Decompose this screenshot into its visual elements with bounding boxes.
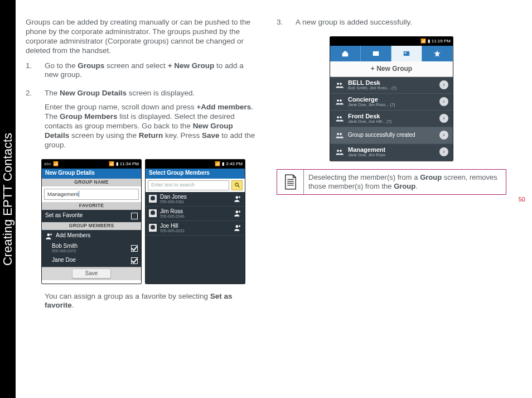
checkbox-checked-icon — [131, 245, 138, 252]
svg-point-12 — [340, 99, 342, 102]
checkbox-icon — [131, 213, 138, 219]
svg-point-9 — [337, 83, 339, 85]
member-number: 555-665-0372 — [52, 249, 78, 253]
note-text: Deselecting the member(s) from a Group s… — [304, 170, 506, 195]
empty-area — [146, 236, 245, 284]
people-icon — [335, 147, 344, 156]
add-members-row[interactable]: Add Members — [42, 230, 141, 242]
step-1: 1. Go to the Groups screen and select + … — [26, 61, 255, 85]
chevron-right-icon: › — [439, 80, 448, 89]
svg-point-5 — [236, 225, 239, 228]
avatar-icon — [149, 195, 157, 203]
svg-point-1 — [235, 183, 238, 186]
svg-point-17 — [337, 150, 339, 152]
step-number: 2. — [26, 89, 37, 154]
search-icon — [234, 182, 240, 188]
set-favorite-row[interactable]: Set as Favorite — [42, 210, 141, 222]
battery-icon: ▮ — [428, 39, 430, 44]
section-group-name: GROUP NAME — [42, 179, 141, 186]
search-row: Enter text to search — [146, 179, 245, 192]
note-icon — [277, 170, 304, 195]
section-group-members: GROUP MEMBERS — [42, 222, 141, 230]
contact-name: Jim Ross — [160, 209, 185, 214]
tab-favorites[interactable] — [422, 46, 453, 61]
avatar-icon — [149, 224, 157, 232]
svg-line-2 — [238, 186, 239, 188]
after-screenshots-text: You can assign a group as a favorite by … — [45, 292, 255, 311]
svg-point-18 — [340, 150, 342, 152]
screenshot-select-members: 📶 ▮ 2:43 PM Select Group Members Enter t… — [145, 159, 245, 284]
screen-header: New Group Details — [42, 169, 141, 179]
group-row[interactable]: ManagementJane Doe, Jim Ross › — [330, 144, 453, 161]
save-button[interactable]: Save — [72, 268, 111, 279]
people-icon — [335, 131, 344, 140]
toast-text: Group successfully created — [348, 132, 415, 139]
svg-point-0 — [47, 233, 50, 236]
home-icon — [341, 50, 349, 57]
left-column: Groups can be added by creating manually… — [26, 18, 255, 380]
group-row[interactable]: BELL DeskBob Smith, Jim Ross... (7) › — [330, 77, 453, 94]
contact-number: 555-665-0381 — [160, 200, 187, 204]
svg-point-16 — [340, 133, 342, 135]
status-time: 2:43 PM — [226, 161, 243, 167]
step-3: 3. A new group is added successfully. — [277, 18, 506, 32]
svg-point-3 — [236, 196, 239, 199]
svg-point-15 — [337, 133, 339, 135]
chevron-right-icon: › — [439, 131, 448, 140]
set-favorite-label: Set as Favorite — [45, 212, 83, 219]
group-members: Jane Doe, Joe Hill... (7) — [348, 119, 391, 124]
people-icon — [335, 80, 344, 89]
signal-icon: 📶 — [420, 39, 426, 44]
group-row[interactable]: Front DeskJane Doe, Joe Hill... (7) › — [330, 111, 453, 127]
contact-name: Joe Hill — [160, 223, 185, 229]
search-input[interactable]: Enter text to search — [148, 180, 229, 190]
svg-point-11 — [337, 99, 339, 102]
signal-icon: 📶 — [215, 161, 220, 167]
member-row[interactable]: Jane Doe — [42, 255, 141, 267]
star-icon — [433, 50, 441, 57]
chevron-right-icon: › — [439, 114, 448, 123]
status-bar: abc📶 📶 ▮ 11:34 PM — [42, 160, 141, 169]
add-person-icon — [234, 224, 241, 232]
intro-paragraph: Groups can be added by creating manually… — [26, 18, 255, 56]
contact-row[interactable]: Jim Ross555-665-0346 — [146, 207, 245, 221]
tab-groups[interactable] — [391, 46, 422, 61]
tab-contacts[interactable] — [361, 46, 391, 61]
chevron-right-icon: › — [439, 97, 448, 106]
battery-icon: ▮ — [116, 161, 118, 167]
contact-number: 555-665-0233 — [160, 229, 185, 233]
status-bar: 📶 ▮ 11:19 PM — [330, 37, 453, 46]
status-bar: 📶 ▮ 2:43 PM — [146, 160, 245, 169]
screen-header: Select Group Members — [146, 169, 245, 179]
text-cursor — [79, 191, 79, 197]
step-2: 2. The New Group Details screen is displ… — [26, 89, 255, 154]
tab-home[interactable] — [330, 46, 361, 61]
contact-row[interactable]: Joe Hill555-665-0233 — [146, 221, 245, 236]
group-row[interactable]: ConciergeJane Doe, Jim Ross... (7) › — [330, 94, 453, 111]
step-2-line2: Enter the group name, scroll down and pr… — [45, 103, 255, 150]
step-3-text: A new group is added successfully. — [296, 18, 506, 27]
people-icon — [335, 114, 344, 123]
step-number: 3. — [277, 18, 288, 32]
search-button[interactable] — [231, 180, 243, 190]
tab-bar — [330, 46, 453, 61]
section-favorite: FAVORITE — [42, 202, 141, 210]
new-group-button[interactable]: + New Group — [330, 61, 453, 77]
bottom-bar: Save — [42, 267, 141, 280]
add-person-icon — [234, 209, 241, 217]
step-number: 1. — [26, 61, 37, 85]
contact-number: 555-665-0346 — [160, 214, 185, 218]
svg-point-14 — [340, 116, 342, 118]
contact-row[interactable]: Dan Jones555-665-0381 — [146, 192, 245, 207]
add-person-icon — [234, 195, 241, 203]
contact-name: Dan Jones — [160, 194, 187, 200]
side-rail-title: Creating EPTT Contacts — [1, 132, 15, 265]
group-members: Bob Smith, Jim Ross... (7) — [348, 86, 396, 90]
member-row[interactable]: Bob Smith 555-665-0372 — [42, 242, 141, 255]
svg-point-4 — [236, 210, 239, 213]
right-column: 3. A new group is added successfully. 📶 … — [277, 18, 506, 380]
group-name-input[interactable]: Management — [44, 189, 139, 200]
member-name: Jane Doe — [52, 257, 76, 264]
checkbox-checked-icon — [131, 257, 138, 264]
card-icon — [372, 50, 380, 57]
